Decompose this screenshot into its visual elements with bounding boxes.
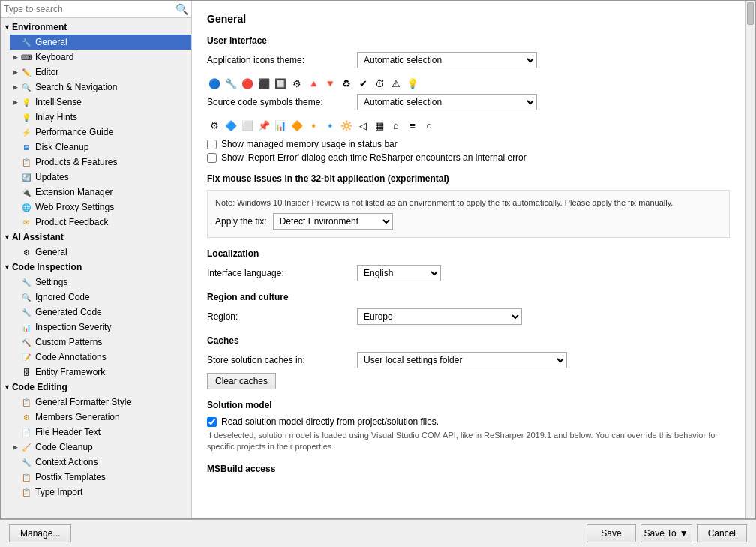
sidebar-item-inlay[interactable]: 💡 Inlay Hints	[10, 110, 191, 125]
updates-icon: 🔄	[20, 171, 32, 183]
inspection-children: 🔧 Settings 🔍 Ignored Code 🔧 Generated Co…	[1, 275, 191, 380]
patterns-icon: 🔨	[20, 336, 32, 348]
sidebar-item-label: IntelliSense	[35, 97, 82, 107]
content-scrollbar[interactable]	[745, 1, 755, 518]
caches-store-row: Store solution caches in: User local set…	[207, 352, 730, 368]
sidebar-item-type-import[interactable]: 📋 Type Import	[10, 485, 191, 500]
clear-caches-container: Clear caches	[207, 373, 730, 389]
sidebar-item-annotations[interactable]: 📝 Code Annotations	[10, 350, 191, 365]
sidebar-item-editor[interactable]: ▶ ✏️ Editor	[10, 65, 191, 80]
sidebar-item-extension[interactable]: 🔌 Extension Manager	[10, 185, 191, 200]
sidebar-item-label: Disk Cleanup	[35, 142, 88, 152]
sidebar-item-feedback[interactable]: ✉ Product Feedback	[10, 215, 191, 230]
search-input[interactable]	[4, 4, 176, 14]
type-import-icon: 📋	[20, 486, 32, 498]
language-select[interactable]: English System Default	[357, 265, 441, 281]
cancel-button[interactable]: Cancel	[697, 524, 747, 542]
manage-button[interactable]: Manage...	[9, 524, 71, 542]
apply-fix-select[interactable]: Detect Environment Yes No	[273, 213, 393, 230]
ignored-icon: 🔍	[20, 291, 32, 303]
sidebar-item-postfix[interactable]: 📋 Postfix Templates	[10, 470, 191, 485]
scrollbar-thumb[interactable]	[747, 2, 754, 25]
sidebar: 🔍 ▼ Environment 🔧 General ▶ ⌨ Keyboard	[1, 1, 192, 518]
show-memory-checkbox[interactable]	[207, 140, 217, 149]
section-label: AI Assistant	[12, 232, 64, 242]
section-label: Environment	[12, 22, 67, 32]
sidebar-item-label: Entity Framework	[35, 367, 105, 377]
region-select[interactable]: Europe Americas Asia	[357, 308, 522, 325]
sidebar-item-patterns[interactable]: 🔨 Custom Patterns	[10, 335, 191, 350]
sidebar-item-generated-code[interactable]: 🔧 Generated Code	[10, 305, 191, 320]
formatter-icon: 📋	[20, 396, 32, 408]
cleanup-icon: 🧹	[20, 441, 32, 453]
section-inspection[interactable]: ▼ Code Inspection	[1, 260, 191, 275]
solution-model-title: Solution model	[207, 400, 730, 410]
ai-children: ⚙ General	[1, 245, 191, 260]
source-symbols-label: Source code symbols theme:	[207, 97, 357, 107]
sidebar-item-formatter[interactable]: 📋 General Formatter Style	[10, 395, 191, 410]
sidebar-item-severity[interactable]: 📊 Inspection Severity	[10, 320, 191, 335]
insp-settings-icon: 🔧	[20, 276, 32, 288]
sidebar-item-label: Members Generation	[35, 412, 120, 422]
preview-icon-4: ⬛	[256, 76, 272, 91]
source-symbols-preview: ⚙ 🔷 ⬜ 📌 📊 🔶 🔸 🔹 🔆 ◁ ▦ ⌂ ≡ ○	[207, 115, 730, 136]
preview-icon-2: 🔧	[224, 76, 238, 91]
sidebar-item-ignored-code[interactable]: 🔍 Ignored Code	[10, 290, 191, 305]
sidebar-item-label: Type Import	[35, 487, 82, 497]
sidebar-item-performance[interactable]: ⚡ Performance Guide	[10, 125, 191, 140]
fix-mouse-title: Fix mouse issues in the 32-bit applicati…	[207, 173, 730, 184]
save-button[interactable]: Save	[586, 524, 635, 542]
sidebar-item-label: Search & Navigation	[35, 82, 117, 92]
sidebar-item-label: Product Feedback	[35, 217, 108, 227]
severity-icon: 📊	[20, 321, 32, 333]
sidebar-item-general-env[interactable]: 🔧 General	[10, 35, 191, 50]
section-arrow: ▼	[4, 263, 10, 271]
bottom-left: Manage...	[9, 524, 71, 542]
source-symbols-select[interactable]: Automatic selection Light Dark	[357, 94, 537, 110]
save-to-button[interactable]: Save To ▼	[640, 524, 692, 542]
search-nav-icon: 🔍	[20, 81, 32, 93]
solution-model-checkbox[interactable]	[207, 417, 217, 427]
sidebar-item-context[interactable]: 🔧 Context Actions	[10, 455, 191, 470]
sidebar-item-label: Ignored Code	[35, 292, 90, 302]
section-ai[interactable]: ▼ AI Assistant	[1, 230, 191, 245]
section-editing[interactable]: ▼ Code Editing	[1, 380, 191, 395]
show-error-label: Show 'Report Error' dialog each time ReS…	[221, 152, 526, 163]
section-label: Code Inspection	[12, 262, 82, 272]
fix-apply-row: Apply the fix: Detect Environment Yes No	[215, 213, 722, 230]
sidebar-item-entity[interactable]: 🗄 Entity Framework	[10, 365, 191, 380]
sidebar-item-products[interactable]: 📋 Products & Features	[10, 155, 191, 170]
store-select[interactable]: User local settings folder Solution fold…	[357, 352, 567, 368]
sidebar-item-disk[interactable]: 🖥 Disk Cleanup	[10, 140, 191, 155]
section-environment[interactable]: ▼ Environment	[1, 20, 191, 35]
show-memory-label: Show managed memory usage in status bar	[221, 139, 398, 149]
sidebar-item-updates[interactable]: 🔄 Updates	[10, 170, 191, 185]
show-error-row: Show 'Report Error' dialog each time ReS…	[207, 152, 730, 163]
context-icon: 🔧	[20, 456, 32, 468]
sidebar-item-ai-general[interactable]: ⚙ General	[10, 245, 191, 260]
sidebar-item-cleanup[interactable]: ▶ 🧹 Code Cleanup	[10, 440, 191, 455]
app-icons-select[interactable]: Automatic selection Light Dark	[357, 52, 537, 68]
sidebar-item-label: Inlay Hints	[35, 112, 77, 122]
show-error-checkbox[interactable]	[207, 153, 217, 163]
sidebar-item-label: General Formatter Style	[35, 397, 131, 407]
sym-icon-11: ▦	[372, 118, 387, 133]
sidebar-item-members[interactable]: ⚙ Members Generation	[10, 410, 191, 425]
preview-icon-7: 🔺	[306, 76, 321, 91]
caches-title: Caches	[207, 335, 730, 346]
region-row: Region: Europe Americas Asia	[207, 308, 730, 325]
sidebar-item-proxy[interactable]: 🌐 Web Proxy Settings	[10, 200, 191, 215]
sym-icon-3: ⬜	[240, 118, 255, 133]
sidebar-item-inspection-settings[interactable]: 🔧 Settings	[10, 275, 191, 290]
fix-mouse-section: Note: Windows 10 Insider Preview is not …	[207, 190, 730, 238]
tree: ▼ Environment 🔧 General ▶ ⌨ Keyboard ▶ ✏…	[1, 18, 191, 518]
clear-caches-button[interactable]: Clear caches	[207, 373, 276, 389]
save-to-label: Save To	[644, 528, 676, 539]
sym-icon-5: 📊	[273, 118, 288, 133]
sidebar-item-keyboard[interactable]: ▶ ⌨ Keyboard	[10, 50, 191, 65]
page-title: General	[207, 13, 730, 25]
sidebar-item-search[interactable]: ▶ 🔍 Search & Navigation	[10, 80, 191, 95]
sidebar-item-file-header[interactable]: 📄 File Header Text	[10, 425, 191, 440]
sym-icon-10: ◁	[356, 118, 370, 133]
sidebar-item-intellisense[interactable]: ▶ 💡 IntelliSense	[10, 95, 191, 110]
